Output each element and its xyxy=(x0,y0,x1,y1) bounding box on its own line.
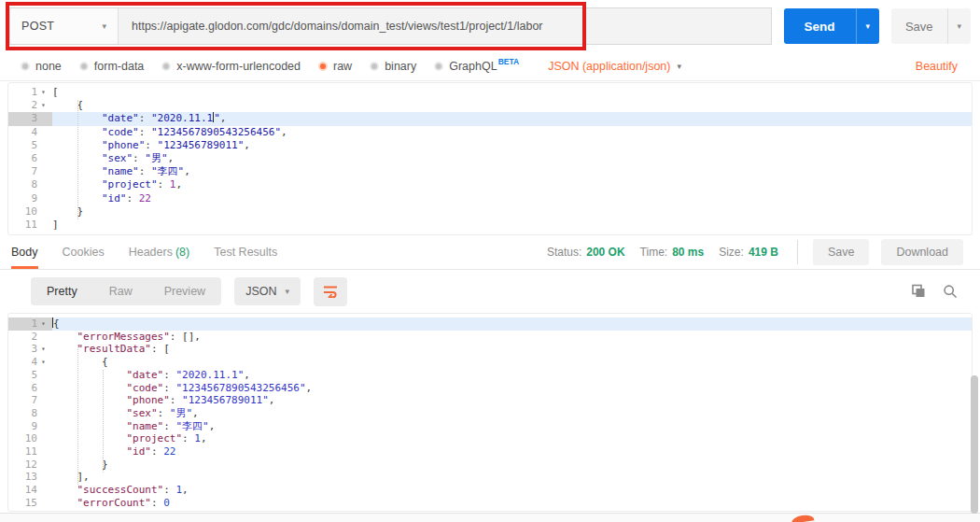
tab-body[interactable]: Body xyxy=(11,235,38,269)
code-line[interactable]: 5 "phone": "123456789011", xyxy=(8,139,972,152)
body-type-form-data[interactable]: form-data xyxy=(79,60,145,73)
size-value: 419 B xyxy=(749,246,778,259)
radio-icon xyxy=(434,62,443,71)
save-response-button[interactable]: Save xyxy=(813,239,870,265)
word-wrap-button[interactable] xyxy=(314,277,347,306)
code-line[interactable]: 4 "code": "1234567890543256456", xyxy=(8,126,972,139)
code-line[interactable]: 10 } xyxy=(8,205,972,219)
body-type-binary[interactable]: binary xyxy=(370,60,416,73)
vertical-scrollbar[interactable] xyxy=(971,375,978,514)
bottom-strip xyxy=(0,513,980,522)
body-type-none[interactable]: none xyxy=(21,60,62,73)
code-text: "phone": "123456789011", xyxy=(52,394,972,407)
fold-toggle-icon[interactable]: ▾ xyxy=(41,317,52,331)
view-pretty[interactable]: Pretty xyxy=(31,277,93,305)
line-gutter: 1▾ xyxy=(8,317,52,331)
line-gutter: 4▾ xyxy=(8,356,52,369)
tab-cookies[interactable]: Cookies xyxy=(63,235,105,269)
code-text: "project": 1, xyxy=(52,432,972,445)
code-line[interactable]: 7 "phone": "123456789011", xyxy=(8,394,972,407)
code-line[interactable]: 8 "sex": "男", xyxy=(8,407,972,420)
size-indicator: Size: 419 B xyxy=(719,246,778,259)
code-text: "name": "李四", xyxy=(52,165,972,178)
response-format-dropdown[interactable]: JSON ▾ xyxy=(234,277,301,305)
line-number: 3 xyxy=(8,343,41,356)
send-button[interactable]: Send xyxy=(784,8,856,44)
line-gutter: 15 xyxy=(8,497,52,510)
line-number: 9 xyxy=(8,192,41,205)
code-line[interactable]: 3▾ "resultData": [ xyxy=(8,343,972,356)
line-gutter: 11 xyxy=(8,445,52,459)
code-line[interactable]: 8 "project": 1, xyxy=(8,178,972,191)
content-type-dropdown[interactable]: JSON (application/json) ▾ xyxy=(548,60,681,73)
fold-toggle-icon[interactable]: ▾ xyxy=(41,86,52,99)
code-line[interactable]: 4▾ { xyxy=(8,356,972,369)
line-number: 4 xyxy=(8,126,41,139)
code-text: "date": "2020.11.1", xyxy=(52,112,972,125)
line-number: 5 xyxy=(8,369,41,382)
code-line[interactable]: 7 "name": "李四", xyxy=(8,165,972,178)
line-number: 6 xyxy=(8,382,41,395)
code-line[interactable]: 1▾{ xyxy=(8,317,972,331)
code-line[interactable]: 6 "code": "1234567890543256456", xyxy=(8,382,972,395)
fold-toggle-icon[interactable]: ▾ xyxy=(41,356,52,369)
fold-spacer xyxy=(41,112,52,125)
code-line[interactable]: 10 "project": 1, xyxy=(8,432,972,445)
chevron-down-icon: ▾ xyxy=(677,62,681,71)
beautify-link[interactable]: Beautify xyxy=(916,60,958,73)
download-button[interactable]: Download xyxy=(881,239,963,265)
method-dropdown[interactable]: POST ▾ xyxy=(10,8,119,44)
fold-spacer xyxy=(41,219,52,232)
view-raw[interactable]: Raw xyxy=(93,277,148,305)
code-line[interactable]: 15 "errorCount": 0 xyxy=(8,497,972,510)
save-request-button[interactable]: Save xyxy=(891,8,947,44)
radio-icon xyxy=(21,62,30,71)
code-line[interactable]: 9 "name": "李四", xyxy=(8,420,972,433)
copy-icon xyxy=(911,284,926,299)
response-body-viewer[interactable]: 1▾{2 "errorMessages": [],3▾ "resultData"… xyxy=(7,313,973,512)
search-button[interactable] xyxy=(943,284,958,299)
request-body-editor[interactable]: 1▾[2▾ {3 "date": "2020.11.1",4 "code": "… xyxy=(7,82,973,235)
line-gutter: 5 xyxy=(8,139,52,152)
code-line[interactable]: 14 "successCount": 1, xyxy=(8,484,972,497)
tab-test-results[interactable]: Test Results xyxy=(214,235,277,269)
body-type-x-www-form-urlencoded[interactable]: x-www-form-urlencoded xyxy=(161,60,301,73)
line-number: 11 xyxy=(8,219,41,232)
chevron-down-icon: ▾ xyxy=(285,287,289,296)
tab-headers[interactable]: Headers (8) xyxy=(129,235,190,269)
save-options-button[interactable]: ▾ xyxy=(947,8,971,44)
code-line[interactable]: 2▾ { xyxy=(8,99,972,112)
code-text: } xyxy=(52,205,972,219)
status-indicator: Status: 200 OK xyxy=(547,246,625,259)
body-type-graphql[interactable]: GraphQL BETA xyxy=(434,60,519,73)
line-number: 7 xyxy=(8,394,41,407)
code-text: "id": 22 xyxy=(52,445,972,459)
fold-toggle-icon[interactable]: ▾ xyxy=(41,343,52,356)
response-meta-group: Status: 200 OK Time: 80 ms Size: 419 B S… xyxy=(532,239,963,265)
chevron-down-icon: ▾ xyxy=(958,21,962,31)
code-text: } xyxy=(52,459,972,472)
fold-spacer xyxy=(41,139,52,152)
line-gutter: 12 xyxy=(8,459,52,472)
fold-toggle-icon[interactable]: ▾ xyxy=(41,99,52,112)
code-line[interactable]: 13 ], xyxy=(8,471,972,484)
code-line[interactable]: 6 "sex": "男", xyxy=(8,152,972,165)
copy-button[interactable] xyxy=(911,284,926,299)
code-line[interactable]: 1▾[ xyxy=(8,86,972,99)
line-gutter: 7 xyxy=(8,394,52,407)
code-line[interactable]: 11 "id": 22 xyxy=(8,445,972,459)
code-line[interactable]: 9 "id": 22 xyxy=(8,192,972,205)
line-gutter: 3 xyxy=(8,112,52,125)
body-type-raw[interactable]: raw xyxy=(318,60,352,73)
view-preview[interactable]: Preview xyxy=(148,277,221,305)
code-line[interactable]: 3 "date": "2020.11.1", xyxy=(8,112,972,125)
code-line[interactable]: 2 "errorMessages": [], xyxy=(8,331,972,344)
code-text: "id": 22 xyxy=(52,192,972,205)
code-line[interactable]: 5 "date": "2020.11.1", xyxy=(8,369,972,382)
line-number: 15 xyxy=(8,497,41,510)
code-line[interactable]: 12 } xyxy=(8,459,972,472)
line-gutter: 14 xyxy=(8,484,52,497)
send-options-button[interactable]: ▾ xyxy=(856,8,879,44)
url-input[interactable] xyxy=(132,20,758,33)
code-line[interactable]: 11] xyxy=(8,219,972,232)
